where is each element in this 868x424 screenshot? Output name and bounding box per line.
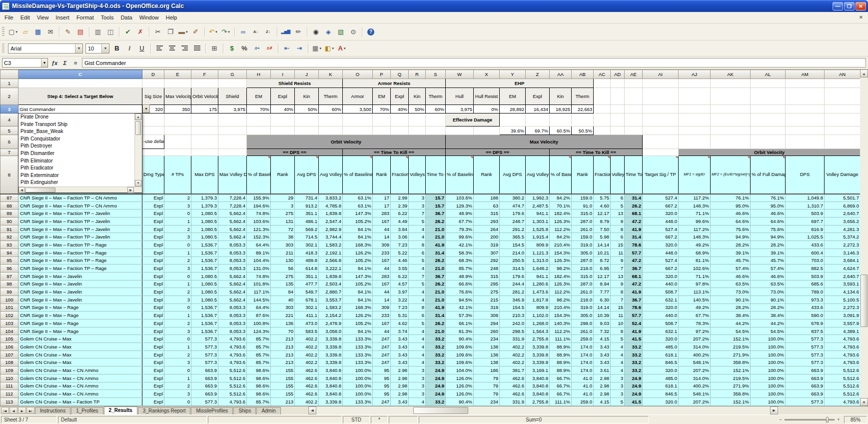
cell[interactable]: 24.9 <box>625 390 643 398</box>
cell[interactable] <box>247 114 271 126</box>
cell[interactable] <box>391 126 409 135</box>
cell[interactable]: 3 <box>164 390 191 398</box>
cell[interactable] <box>191 126 218 135</box>
cell[interactable]: 41.9 <box>625 225 643 233</box>
cell[interactable]: Expl <box>142 241 164 249</box>
cell[interactable]: 9 <box>611 280 625 288</box>
cell[interactable]: 144.5% <box>247 296 271 304</box>
cell[interactable]: 9.03 <box>594 320 611 328</box>
cell[interactable]: 57.3% <box>446 312 474 320</box>
column-header-AA[interactable]: AA <box>550 70 572 79</box>
row-header-113[interactable]: 113 <box>0 398 18 406</box>
cell[interactable]: 5 <box>409 320 426 328</box>
cell[interactable]: 303 <box>271 241 295 249</box>
cell[interactable]: 3,339.8 <box>319 358 343 366</box>
cell[interactable]: 24.9 <box>426 374 446 382</box>
cell[interactable] <box>643 88 679 105</box>
profile-name-cell[interactable]: CNR Siege II – Max – Javelin <box>18 280 142 288</box>
grid-corner[interactable] <box>0 70 18 79</box>
cell[interactable]: 8,053.3 <box>218 241 247 249</box>
cell[interactable]: 71.1% <box>679 210 711 218</box>
cell[interactable]: 104.0% <box>446 366 474 374</box>
cell[interactable]: 320.0 <box>643 366 679 374</box>
profile-name-cell[interactable]: CNR Siege II – Max – Javelin <box>18 288 142 296</box>
column-header-S[interactable]: S <box>426 70 446 79</box>
cell[interactable]: Sig Size <box>142 88 164 105</box>
cell[interactable]: 402.2 <box>295 350 319 358</box>
cell-dropdown-open-button[interactable]: ▼ <box>142 104 150 113</box>
cell[interactable]: 182.4% <box>550 272 572 280</box>
cell[interactable]: 11 <box>611 312 625 320</box>
cell[interactable]: 319 <box>474 241 500 249</box>
cell[interactable]: 3.06 <box>391 233 409 241</box>
row-header-4[interactable]: 4 <box>0 114 18 126</box>
cell[interactable]: 66.7% <box>550 390 572 398</box>
cell[interactable]: 66.6% <box>446 280 474 288</box>
delete-decimal-button[interactable]: .0✗ <box>263 42 275 54</box>
cell[interactable]: 1,536.7 <box>191 248 218 256</box>
zoom-button[interactable]: ⊙ <box>347 26 359 38</box>
cell[interactable]: 105.2% <box>343 256 373 264</box>
cell[interactable]: 4.15 <box>594 335 611 343</box>
column-header-X[interactable]: X <box>474 70 500 79</box>
cell[interactable]: 103.6% <box>247 218 271 226</box>
cell[interactable]: 54.5% <box>751 327 786 335</box>
cell[interactable] <box>594 105 611 114</box>
cell[interactable]: 0 <box>164 366 191 374</box>
cell[interactable]: 5,512.6 <box>218 374 247 382</box>
cell[interactable] <box>711 105 751 114</box>
cell[interactable]: 4,624.7 <box>825 264 861 272</box>
cell[interactable]: 1,379.3 <box>191 202 218 210</box>
cell[interactable] <box>825 114 861 126</box>
cell[interactable]: 64.6% <box>751 218 786 226</box>
cell[interactable] <box>446 126 474 135</box>
cell[interactable]: 2,478.9 <box>319 320 343 328</box>
align-justify-button[interactable] <box>191 42 203 54</box>
cell[interactable]: 508.7 <box>643 288 679 296</box>
profile-name-cell[interactable]: Golem CN Cruise – Max <box>18 358 142 366</box>
cell[interactable]: 42.1% <box>446 241 474 249</box>
cell[interactable]: 618.1 <box>643 350 679 358</box>
cell[interactable]: 973.3 <box>786 296 825 304</box>
cell[interactable]: 3 <box>409 390 426 398</box>
cell[interactable]: 294 <box>474 320 500 328</box>
profile-name-cell[interactable]: Golem CN Cruise – Max – CN Ammo <box>18 390 142 398</box>
cell[interactable]: 213 <box>271 335 295 343</box>
cell[interactable]: 100.0% <box>343 374 373 382</box>
cell[interactable]: 3,840.8 <box>526 374 550 382</box>
cell[interactable]: 135 <box>271 280 295 288</box>
cell[interactable]: 462.6 <box>500 374 526 382</box>
cell[interactable]: 1,536.7 <box>191 304 218 312</box>
cell[interactable] <box>643 105 679 114</box>
cell[interactable]: 941.1 <box>526 272 550 280</box>
data-column-header[interactable]: Volleys To Kill <box>409 156 426 194</box>
cell[interactable]: 3,339.8 <box>319 398 343 406</box>
cell[interactable]: Expl <box>142 264 164 272</box>
cell[interactable]: 320.0 <box>643 241 679 249</box>
cell[interactable]: 207.2% <box>679 335 711 343</box>
data-column-header[interactable]: % of Baseline <box>446 156 474 194</box>
cell[interactable]: 100.0% <box>343 390 373 398</box>
cell[interactable]: 4,793.6 <box>218 350 247 358</box>
profile-name-cell[interactable]: CNR Siege II – Max – Javelin <box>18 272 142 280</box>
cell[interactable]: 194.6% <box>247 202 271 210</box>
cell[interactable] <box>295 126 319 135</box>
row-header-92[interactable]: 92 <box>0 233 18 241</box>
data-column-header[interactable]: Volley Damage <box>825 156 861 194</box>
cell[interactable]: 4 <box>611 358 625 366</box>
cell[interactable] <box>786 114 825 126</box>
open-button[interactable]: ▱ <box>19 26 31 38</box>
cell[interactable]: 52.4 <box>625 320 643 328</box>
scroll-down-icon[interactable]: ▼ <box>860 398 868 406</box>
cell[interactable]: 179.6 <box>500 210 526 218</box>
cell[interactable] <box>751 88 786 105</box>
cell[interactable]: Expl <box>142 350 164 358</box>
cell[interactable]: 314.0% <box>679 343 711 351</box>
row-header-101[interactable]: 101 <box>0 304 18 312</box>
cell[interactable]: 1 <box>164 218 191 226</box>
cell[interactable]: 1 <box>164 248 191 256</box>
cell[interactable]: 1,473.6 <box>526 288 550 296</box>
cell[interactable]: 74.8% <box>247 210 271 218</box>
zoom-slider[interactable]: − + <box>776 416 843 424</box>
dropdown-arrow-icon[interactable]: ▾ <box>344 46 346 50</box>
